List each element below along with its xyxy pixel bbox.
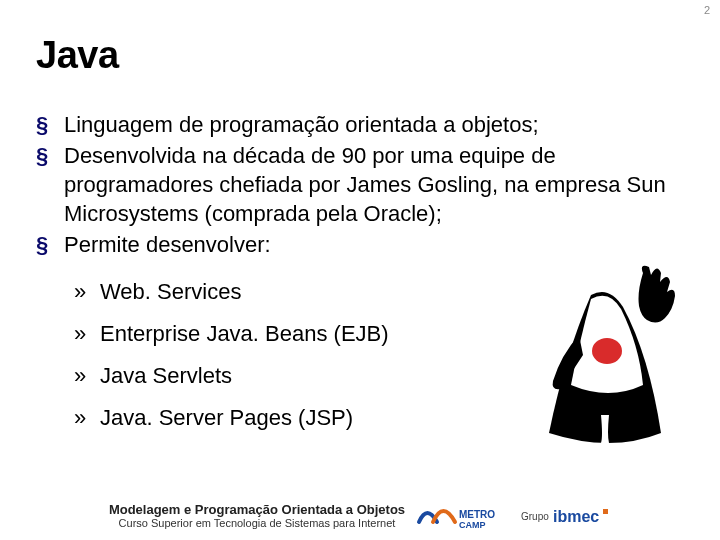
bullet-item: Linguagem de programação orientada a obj… <box>36 110 684 139</box>
sub-bullet-text: Web. Services <box>100 279 241 304</box>
svg-rect-4 <box>603 509 608 514</box>
page-number: 2 <box>704 4 710 16</box>
svg-point-0 <box>592 338 622 364</box>
footer-line1: Modelagem e Programação Orientada a Obje… <box>109 502 405 518</box>
bullet-text: Permite desenvolver: <box>64 232 271 257</box>
metrocamp-text: METRO <box>459 509 495 520</box>
svg-text:CAMP: CAMP <box>459 520 486 530</box>
ibmec-logo-icon: Grupo ibmec <box>521 505 611 527</box>
slide-title: Java <box>36 34 119 77</box>
metrocamp-logo-icon: METRO CAMP <box>413 500 513 532</box>
footer: Modelagem e Programação Orientada a Obje… <box>0 500 720 532</box>
bullet-text: Linguagem de programação orientada a obj… <box>64 112 539 137</box>
footer-line2: Curso Superior em Tecnologia de Sistemas… <box>109 517 405 530</box>
svg-text:ibmec: ibmec <box>553 508 599 525</box>
sub-bullet-text: Java Servlets <box>100 363 232 388</box>
sub-bullet-text: Java. Server Pages (JSP) <box>100 405 353 430</box>
slide: 2 Java Linguagem de programação orientad… <box>0 0 720 540</box>
bullet-text: Desenvolvida na década de 90 por uma equ… <box>64 143 666 226</box>
bullet-item: Desenvolvida na década de 90 por uma equ… <box>36 141 684 228</box>
sub-bullet-text: Enterprise Java. Beans (EJB) <box>100 321 389 346</box>
svg-text:Grupo: Grupo <box>521 511 549 522</box>
duke-mascot-icon <box>531 265 676 450</box>
footer-text: Modelagem e Programação Orientada a Obje… <box>109 502 405 531</box>
